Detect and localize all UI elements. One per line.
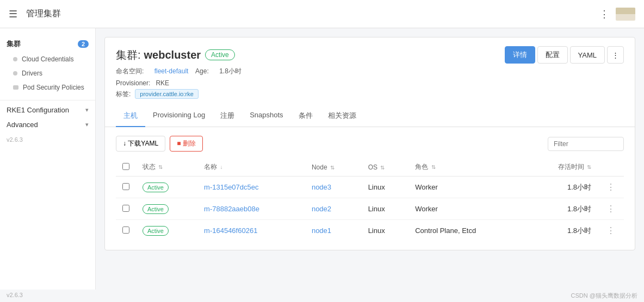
row-checkbox-cell — [116, 220, 136, 242]
sidebar: 集群 2 Cloud Credentials Drivers Pod Secur… — [0, 28, 96, 290]
th-uptime[interactable]: 存活时间 ⇅ — [525, 158, 598, 177]
row-role: Worker — [408, 198, 525, 220]
main-layout: 集群 2 Cloud Credentials Drivers Pod Secur… — [0, 28, 644, 290]
table-row: Active m-164546f60261 node1 Linux Contro… — [116, 220, 624, 242]
row-uptime: 1.8小时 — [525, 220, 598, 242]
sort-icon: ⇅ — [158, 164, 163, 170]
hamburger-icon[interactable]: ☰ — [9, 8, 17, 20]
cluster-title: 集群: webcluster Active — [116, 48, 235, 62]
row-checkbox[interactable] — [122, 205, 129, 212]
row-status: Active — [136, 198, 197, 220]
row-name: m-164546f60261 — [197, 220, 305, 242]
row-menu-icon[interactable]: ⋮ — [604, 181, 617, 193]
th-status[interactable]: 状态 ⇅ — [136, 158, 197, 177]
th-uptime-label: 存活时间 — [558, 163, 584, 171]
sidebar-cluster-section: 集群 2 Cloud Credentials Drivers Pod Secur… — [0, 33, 95, 98]
machine-name-link[interactable]: m-78882aaeb08e — [204, 205, 259, 213]
download-yaml-button[interactable]: ↓ 下载YAML — [116, 136, 165, 152]
topbar: ☰ 管理集群 ⋮ — [0, 0, 644, 28]
cluster-status-badge: Active — [205, 49, 235, 60]
row-menu-cell: ⋮ — [598, 220, 624, 242]
cluster-provisioner: Provisioner: RKE — [116, 79, 624, 87]
app-footer: v2.6.3 CSDN @猫头鹰数据分析 — [0, 290, 644, 302]
provisioner-label: Provisioner: — [116, 79, 150, 87]
row-os: Linux — [362, 198, 409, 220]
more-button[interactable]: ⋮ — [607, 46, 624, 64]
th-checkbox — [116, 158, 136, 177]
age-label: Age: — [195, 67, 209, 75]
th-os-label: OS — [368, 163, 377, 171]
sidebar-item-cloud-credentials[interactable]: Cloud Credentials — [0, 52, 95, 66]
row-uptime: 1.8小时 — [525, 177, 598, 198]
row-menu-icon[interactable]: ⋮ — [604, 203, 617, 215]
footer-watermark: CSDN @猫头鹰数据分析 — [571, 292, 637, 300]
sidebar-cluster-header[interactable]: 集群 2 — [0, 36, 95, 52]
th-os[interactable]: OS ⇅ — [362, 158, 409, 177]
sidebar-advanced[interactable]: Advanced ▾ — [0, 117, 95, 132]
footer-version: v2.6.3 — [7, 292, 23, 300]
status-badge: Active — [143, 226, 169, 236]
th-status-label: 状态 — [143, 163, 156, 171]
row-os: Linux — [362, 220, 409, 242]
sidebar-item-label: Cloud Credentials — [22, 55, 73, 63]
filter-input[interactable] — [548, 137, 624, 151]
machine-name-link[interactable]: m-164546f60261 — [204, 226, 257, 235]
topbar-more-icon[interactable]: ⋮ — [599, 8, 609, 20]
tab-snapshots[interactable]: Snapshots — [242, 105, 290, 127]
node-link[interactable]: node2 — [312, 205, 331, 213]
chevron-down-icon: ▾ — [85, 121, 89, 128]
row-status: Active — [136, 220, 197, 242]
sidebar-item-pod-security-policies[interactable]: Pod Security Policies — [0, 80, 95, 95]
tab-provisioning-log[interactable]: Provisioning Log — [145, 105, 213, 127]
sort-icon: ⇅ — [380, 165, 385, 171]
sort-icon: ⇅ — [330, 165, 335, 171]
th-role[interactable]: 角色 ⇅ — [408, 158, 525, 177]
topbar-title: 管理集群 — [26, 8, 61, 20]
row-node: node1 — [305, 220, 362, 242]
table-area: ↓ 下载YAML ■ 删除 状态 ⇅ — [105, 127, 635, 250]
th-actions — [598, 158, 624, 177]
sidebar-divider — [0, 100, 95, 100]
labels-label: 标签: — [116, 90, 131, 99]
namespace-link[interactable]: fleet-default — [154, 67, 189, 75]
row-name: m-78882aaeb08e — [197, 198, 305, 220]
delete-button[interactable]: ■ 删除 — [170, 136, 203, 152]
th-name[interactable]: 名称 ↓ — [197, 158, 305, 177]
node-link[interactable]: node1 — [312, 226, 331, 235]
sidebar-cluster-badge: 2 — [78, 40, 89, 48]
topbar-logo — [616, 8, 635, 21]
tab-related-resources[interactable]: 相关资源 — [320, 105, 364, 127]
tab-registration[interactable]: 注册 — [213, 105, 242, 127]
row-role: Control Plane, Etcd — [408, 220, 525, 242]
tabs-bar: 主机 Provisioning Log 注册 Snapshots 条件 相关资源 — [105, 105, 635, 127]
sort-icon: ⇅ — [431, 164, 436, 170]
sidebar-item-drivers[interactable]: Drivers — [0, 66, 95, 80]
select-all-checkbox[interactable] — [122, 163, 129, 170]
main-content: 集群: webcluster Active 详情 配置 YAML ⋮ 命名空间:… — [96, 28, 644, 290]
row-menu-cell: ⋮ — [598, 177, 624, 198]
chevron-down-icon: ▾ — [85, 106, 89, 114]
th-node[interactable]: Node ⇅ — [305, 158, 362, 177]
sidebar-rke1-label: RKE1 Configuration — [7, 106, 69, 114]
cluster-labels: 标签: provider.cattle.io:rke — [116, 89, 624, 99]
sidebar-rke1-config[interactable]: RKE1 Configuration ▾ — [0, 103, 95, 117]
row-checkbox[interactable] — [122, 226, 129, 234]
yaml-button[interactable]: YAML — [570, 46, 605, 64]
detail-button[interactable]: 详情 — [505, 46, 535, 64]
dot-icon — [13, 57, 17, 61]
cluster-meta: 命名空间: fleet-default Age: 1.8小时 — [116, 67, 624, 76]
row-menu-icon[interactable]: ⋮ — [604, 225, 617, 236]
config-button[interactable]: 配置 — [537, 46, 568, 64]
dot-icon — [13, 71, 17, 76]
machine-name-link[interactable]: m-1315e07dc5ec — [204, 183, 258, 191]
toolbar-left: ↓ 下载YAML ■ 删除 — [116, 136, 203, 152]
sidebar-version: v2.6.3 — [0, 132, 95, 147]
node-link[interactable]: node3 — [312, 183, 331, 191]
tab-conditions[interactable]: 条件 — [291, 105, 320, 127]
table-body: Active m-1315e07dc5ec node3 Linux Worker… — [116, 177, 624, 242]
row-checkbox[interactable] — [122, 183, 129, 190]
namespace-label: 命名空间: — [116, 67, 144, 75]
tab-hosts[interactable]: 主机 — [116, 105, 145, 127]
status-badge: Active — [143, 183, 169, 192]
topbar-right: ⋮ — [599, 8, 635, 21]
